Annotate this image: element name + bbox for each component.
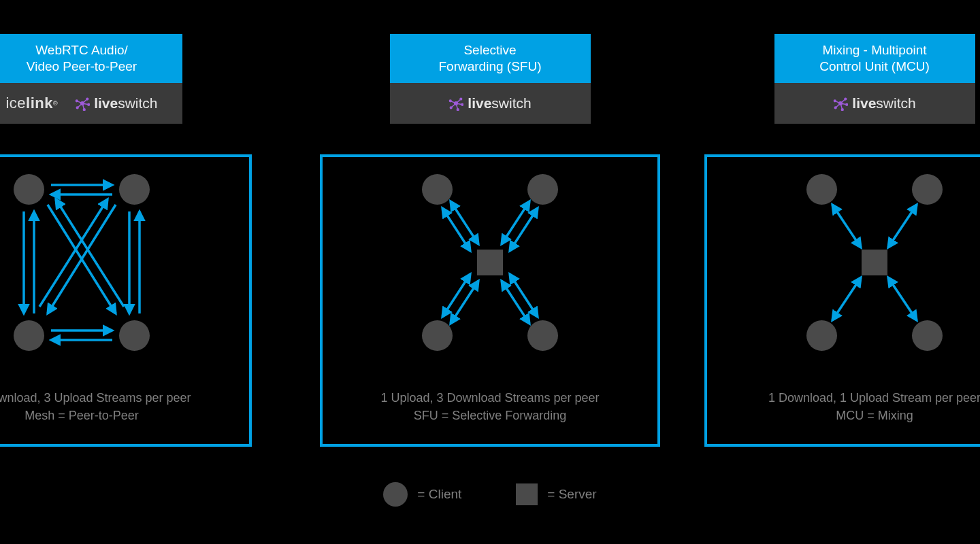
svg-marker-58 — [869, 146, 880, 154]
panel-header: WebRTC Audio/Video Peer-to-Peer — [0, 34, 182, 83]
topology-box: 1 Download, 1 Upload Stream per peer MCU… — [704, 154, 980, 447]
connector-arrow — [320, 124, 660, 154]
client-node-icon — [527, 320, 558, 351]
svg-point-54 — [846, 103, 848, 105]
svg-point-35 — [451, 107, 453, 109]
svg-line-42 — [451, 281, 478, 324]
svg-line-45 — [510, 274, 538, 317]
panel-header: Mixing - MultipointControl Unit (MCU) — [774, 34, 975, 83]
client-node-icon — [422, 174, 453, 205]
svg-point-52 — [834, 99, 836, 101]
svg-point-53 — [845, 98, 847, 100]
svg-line-39 — [442, 208, 470, 251]
panel-caption: 1 Upload, 3 Download Streams per peer SF… — [323, 389, 657, 424]
svg-line-21 — [48, 205, 116, 313]
svg-line-40 — [502, 201, 529, 244]
svg-point-6 — [76, 99, 78, 101]
sfu-topology — [402, 174, 578, 351]
svg-line-23 — [48, 205, 116, 313]
svg-point-32 — [460, 98, 462, 100]
connector-arrow — [704, 124, 980, 154]
server-icon — [516, 483, 538, 505]
svg-point-10 — [76, 107, 78, 109]
liveswitch-icon — [833, 96, 848, 111]
logo-bar: liveswitch — [774, 83, 975, 124]
panel-caption: 1 Download, 1 Upload Stream per peer MCU… — [707, 389, 980, 424]
client-icon — [383, 482, 408, 507]
svg-point-34 — [457, 108, 459, 110]
svg-line-38 — [451, 201, 478, 244]
svg-line-62 — [888, 277, 917, 320]
svg-line-44 — [502, 281, 529, 324]
client-node-icon — [806, 320, 837, 351]
svg-line-22 — [56, 199, 124, 307]
panel-sfu: SelectiveForwarding (SFU) liveswitch — [320, 34, 660, 447]
panel-title: SelectiveForwarding (SFU) — [439, 43, 542, 73]
topology-box: 1 Upload, 3 Download Streams per peer SF… — [320, 154, 660, 447]
svg-line-60 — [888, 205, 917, 248]
liveswitch-logo: liveswitch — [75, 95, 157, 112]
server-node-icon — [477, 250, 503, 275]
liveswitch-logo: liveswitch — [833, 95, 915, 112]
panel-caption: 3 Download, 3 Upload Streams per peer Me… — [0, 389, 249, 424]
client-node-icon — [119, 174, 150, 205]
liveswitch-icon — [448, 96, 463, 111]
client-node-icon — [912, 174, 943, 205]
svg-point-7 — [86, 98, 88, 100]
legend: = Client = Server — [0, 482, 980, 507]
svg-point-31 — [450, 99, 452, 101]
svg-marker-12 — [76, 146, 87, 154]
client-node-icon — [422, 320, 453, 351]
client-node-icon — [119, 320, 150, 351]
client-node-icon — [806, 174, 837, 205]
svg-line-41 — [510, 208, 538, 251]
svg-marker-37 — [485, 146, 495, 154]
liveswitch-logo: liveswitch — [448, 95, 531, 112]
client-node-icon — [14, 320, 44, 351]
panel-mesh: WebRTC Audio/Video Peer-to-Peer icelink®… — [0, 34, 252, 447]
panel-mcu: Mixing - MultipointControl Unit (MCU) li… — [704, 34, 980, 447]
svg-line-61 — [832, 277, 861, 320]
logo-bar: icelink® liveswitch — [0, 83, 182, 124]
topology-box: 3 Download, 3 Upload Streams per peer Me… — [0, 154, 252, 447]
client-node-icon — [527, 174, 558, 205]
client-node-icon — [14, 174, 44, 205]
svg-point-55 — [842, 108, 844, 110]
svg-point-9 — [84, 108, 86, 110]
svg-point-8 — [88, 103, 90, 105]
panel-header: SelectiveForwarding (SFU) — [390, 34, 591, 83]
panel-title: Mixing - MultipointControl Unit (MCU) — [819, 43, 930, 73]
svg-line-59 — [832, 205, 861, 248]
logo-bar: liveswitch — [390, 83, 591, 124]
legend-server: = Server — [516, 483, 596, 505]
server-node-icon — [862, 250, 887, 275]
liveswitch-icon — [75, 96, 90, 111]
svg-line-24 — [39, 199, 108, 307]
mesh-topology — [0, 174, 170, 351]
connector-arrow — [0, 124, 252, 154]
svg-point-56 — [835, 107, 837, 109]
svg-line-43 — [442, 274, 470, 317]
mcu-topology — [786, 174, 963, 351]
legend-client: = Client — [383, 482, 461, 507]
panel-title: WebRTC Audio/Video Peer-to-Peer — [27, 43, 137, 73]
client-node-icon — [912, 320, 943, 351]
svg-point-33 — [461, 103, 463, 105]
icelink-logo: icelink® — [5, 95, 58, 112]
